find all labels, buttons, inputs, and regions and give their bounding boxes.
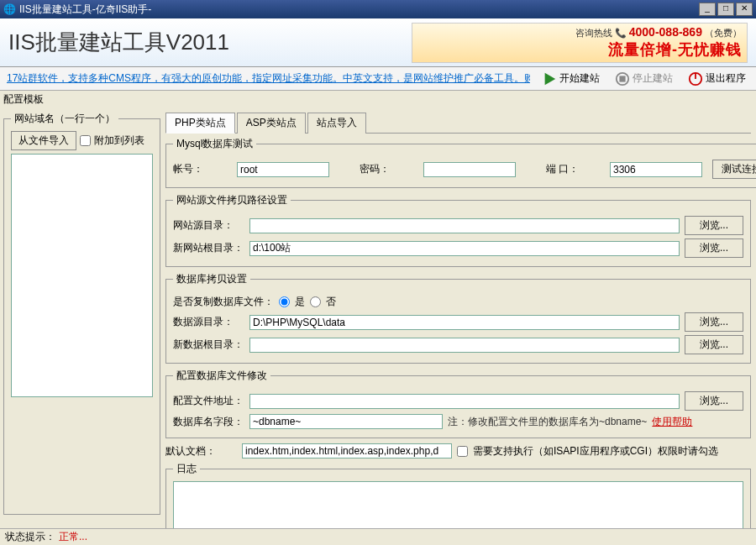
- app-icon: 🌐: [3, 3, 16, 15]
- tab-asp[interactable]: ASP类站点: [237, 113, 306, 134]
- ad-banner: 咨询热线 📞 4000-088-869 （免费） 流量倍增-无忧赚钱: [412, 23, 748, 63]
- datasrc-input[interactable]: [249, 315, 680, 330]
- mysql-port-input[interactable]: [610, 162, 702, 177]
- close-button[interactable]: ✕: [736, 3, 753, 16]
- mysql-user-label: 帐号：: [173, 162, 232, 176]
- maximize-button[interactable]: □: [717, 3, 734, 16]
- append-checkbox[interactable]: [80, 135, 91, 146]
- src-dir-label: 网站源目录：: [173, 218, 244, 233]
- copy-no-radio[interactable]: [310, 296, 321, 307]
- source-path-group: 网站源文件拷贝路径设置 网站源目录： 浏览... 新网站根目录： 浏览...: [165, 193, 751, 267]
- svg-rect-2: [619, 76, 625, 81]
- play-icon: [542, 71, 557, 86]
- defaultdoc-label: 默认文档：: [165, 444, 237, 459]
- mysql-test-group: Mysql数据库测试 帐号： 密码： 端 口： 测试连接: [165, 137, 756, 188]
- cfgpath-label: 配置文件地址：: [173, 394, 244, 408]
- status-bar: 状态提示： 正常...: [0, 528, 756, 545]
- toolbar: 17站群软件，支持多种CMS程序，有强大的原创功能，指定网址采集功能。中英文支持…: [0, 67, 756, 91]
- app-title: IIS批量建站工具V2011: [8, 28, 229, 57]
- tab-php[interactable]: PHP类站点: [165, 113, 235, 134]
- cfgpath-browse-button[interactable]: 浏览...: [685, 391, 743, 411]
- append-label: 附加到列表: [94, 134, 144, 148]
- tabs: PHP类站点 ASP类站点 站点导入: [165, 112, 751, 134]
- datasrc-label: 数据源目录：: [173, 315, 244, 329]
- mysql-port-label: 端 口：: [546, 162, 605, 176]
- minimize-button[interactable]: _: [699, 3, 716, 16]
- header: IIS批量建站工具V2011 咨询热线 📞 4000-088-869 （免费） …: [0, 18, 756, 67]
- stop-icon: [615, 71, 630, 86]
- stop-build-button: 停止建站: [612, 70, 676, 88]
- newroot-label: 新网站根目录：: [173, 241, 244, 255]
- exit-button[interactable]: 退出程序: [685, 70, 749, 88]
- newdata-label: 新数据根目录：: [173, 338, 244, 352]
- status-value: 正常...: [59, 530, 87, 544]
- mysql-user-input[interactable]: [237, 162, 329, 177]
- datasrc-browse-button[interactable]: 浏览...: [685, 312, 743, 332]
- mysql-pass-label: 密码：: [360, 162, 418, 176]
- copy-db-label: 是否复制数据库文件：: [173, 295, 274, 309]
- isapi-label: 需要支持执行（如ISAPI应用程序或CGI）权限时请勾选: [473, 444, 718, 459]
- defaultdoc-input[interactable]: [242, 443, 452, 459]
- dbfield-input[interactable]: [249, 414, 443, 429]
- promo-link[interactable]: 17站群软件，支持多种CMS程序，有强大的原创功能，指定网址采集功能。中英文支持…: [7, 71, 530, 86]
- src-dir-input[interactable]: [249, 218, 680, 233]
- config-template-label: 配置模板: [3, 92, 756, 107]
- src-browse-button[interactable]: 浏览...: [685, 216, 743, 235]
- newdata-browse-button[interactable]: 浏览...: [685, 335, 743, 354]
- newdata-input[interactable]: [249, 338, 680, 353]
- start-build-button[interactable]: 开始建站: [538, 70, 603, 88]
- test-connection-button[interactable]: 测试连接: [712, 160, 756, 179]
- dbfield-note: 注：修改配置文件里的数据库名为~dbname~: [448, 415, 647, 429]
- power-icon: [688, 71, 703, 86]
- window-title: IIS批量建站工具-亿奇IIS助手-: [19, 3, 151, 17]
- newroot-input[interactable]: [249, 241, 680, 256]
- dbfield-label: 数据库名字段：: [173, 415, 244, 429]
- config-db-group: 配置数据库文件修改 配置文件地址： 浏览... 数据库名字段： 注：修改配置文件…: [165, 369, 751, 438]
- tab-import[interactable]: 站点导入: [307, 113, 366, 134]
- svg-marker-0: [545, 72, 556, 84]
- copy-yes-radio[interactable]: [279, 296, 290, 307]
- titlebar: 🌐 IIS批量建站工具-亿奇IIS助手- _ □ ✕: [0, 0, 756, 18]
- isapi-checkbox[interactable]: [457, 446, 468, 457]
- import-from-file-button[interactable]: 从文件导入: [11, 131, 76, 150]
- help-link[interactable]: 使用帮助: [652, 415, 692, 429]
- domain-list-textarea[interactable]: [11, 154, 153, 397]
- domain-group: 网站域名（一行一个） 从文件导入 附加到列表: [3, 112, 160, 515]
- cfgpath-input[interactable]: [249, 394, 680, 409]
- db-copy-group: 数据库拷贝设置 是否复制数据库文件： 是 否 数据源目录： 浏览... 新数据根…: [165, 272, 751, 364]
- newroot-browse-button[interactable]: 浏览...: [685, 238, 743, 258]
- status-label: 状态提示：: [5, 530, 55, 544]
- mysql-pass-input[interactable]: [423, 162, 516, 177]
